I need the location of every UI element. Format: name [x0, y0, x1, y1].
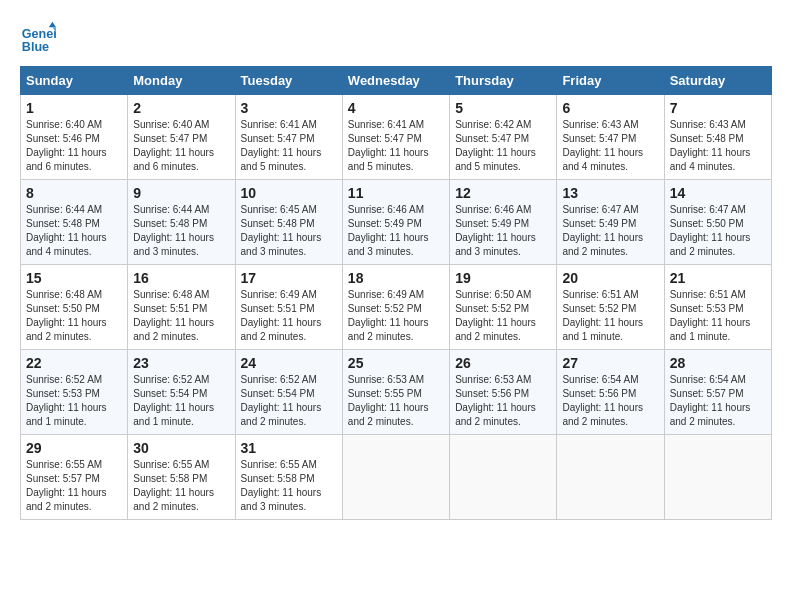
day-number: 7 [670, 100, 766, 116]
svg-text:Blue: Blue [22, 40, 49, 54]
calendar-cell: 25Sunrise: 6:53 AMSunset: 5:55 PMDayligh… [342, 350, 449, 435]
logo-icon: General Blue [20, 20, 56, 56]
calendar-cell: 15Sunrise: 6:48 AMSunset: 5:50 PMDayligh… [21, 265, 128, 350]
day-info: Sunrise: 6:49 AMSunset: 5:52 PMDaylight:… [348, 288, 444, 344]
day-number: 30 [133, 440, 229, 456]
day-number: 29 [26, 440, 122, 456]
calendar-table: SundayMondayTuesdayWednesdayThursdayFrid… [20, 66, 772, 520]
calendar-cell: 29Sunrise: 6:55 AMSunset: 5:57 PMDayligh… [21, 435, 128, 520]
header-sunday: Sunday [21, 67, 128, 95]
day-info: Sunrise: 6:40 AMSunset: 5:46 PMDaylight:… [26, 118, 122, 174]
calendar-cell: 18Sunrise: 6:49 AMSunset: 5:52 PMDayligh… [342, 265, 449, 350]
day-number: 20 [562, 270, 658, 286]
calendar-cell: 3Sunrise: 6:41 AMSunset: 5:47 PMDaylight… [235, 95, 342, 180]
calendar-cell [664, 435, 771, 520]
day-number: 23 [133, 355, 229, 371]
header-wednesday: Wednesday [342, 67, 449, 95]
svg-marker-2 [49, 22, 56, 27]
day-number: 26 [455, 355, 551, 371]
day-info: Sunrise: 6:44 AMSunset: 5:48 PMDaylight:… [26, 203, 122, 259]
day-number: 3 [241, 100, 337, 116]
day-info: Sunrise: 6:46 AMSunset: 5:49 PMDaylight:… [455, 203, 551, 259]
day-number: 28 [670, 355, 766, 371]
day-info: Sunrise: 6:49 AMSunset: 5:51 PMDaylight:… [241, 288, 337, 344]
day-number: 9 [133, 185, 229, 201]
day-number: 16 [133, 270, 229, 286]
day-number: 15 [26, 270, 122, 286]
calendar-cell: 31Sunrise: 6:55 AMSunset: 5:58 PMDayligh… [235, 435, 342, 520]
calendar-cell: 9Sunrise: 6:44 AMSunset: 5:48 PMDaylight… [128, 180, 235, 265]
day-number: 8 [26, 185, 122, 201]
day-info: Sunrise: 6:47 AMSunset: 5:49 PMDaylight:… [562, 203, 658, 259]
calendar-week-row: 29Sunrise: 6:55 AMSunset: 5:57 PMDayligh… [21, 435, 772, 520]
day-info: Sunrise: 6:41 AMSunset: 5:47 PMDaylight:… [348, 118, 444, 174]
day-number: 21 [670, 270, 766, 286]
calendar-cell: 30Sunrise: 6:55 AMSunset: 5:58 PMDayligh… [128, 435, 235, 520]
day-number: 13 [562, 185, 658, 201]
calendar-header-row: SundayMondayTuesdayWednesdayThursdayFrid… [21, 67, 772, 95]
day-number: 10 [241, 185, 337, 201]
day-info: Sunrise: 6:53 AMSunset: 5:56 PMDaylight:… [455, 373, 551, 429]
calendar-cell: 10Sunrise: 6:45 AMSunset: 5:48 PMDayligh… [235, 180, 342, 265]
calendar-cell: 4Sunrise: 6:41 AMSunset: 5:47 PMDaylight… [342, 95, 449, 180]
day-info: Sunrise: 6:55 AMSunset: 5:58 PMDaylight:… [133, 458, 229, 514]
calendar-cell: 5Sunrise: 6:42 AMSunset: 5:47 PMDaylight… [450, 95, 557, 180]
header-monday: Monday [128, 67, 235, 95]
calendar-cell: 14Sunrise: 6:47 AMSunset: 5:50 PMDayligh… [664, 180, 771, 265]
day-number: 27 [562, 355, 658, 371]
calendar-cell: 28Sunrise: 6:54 AMSunset: 5:57 PMDayligh… [664, 350, 771, 435]
day-info: Sunrise: 6:55 AMSunset: 5:58 PMDaylight:… [241, 458, 337, 514]
day-info: Sunrise: 6:44 AMSunset: 5:48 PMDaylight:… [133, 203, 229, 259]
day-number: 1 [26, 100, 122, 116]
calendar-cell: 19Sunrise: 6:50 AMSunset: 5:52 PMDayligh… [450, 265, 557, 350]
day-info: Sunrise: 6:52 AMSunset: 5:54 PMDaylight:… [133, 373, 229, 429]
day-number: 11 [348, 185, 444, 201]
calendar-week-row: 1Sunrise: 6:40 AMSunset: 5:46 PMDaylight… [21, 95, 772, 180]
day-info: Sunrise: 6:52 AMSunset: 5:53 PMDaylight:… [26, 373, 122, 429]
calendar-cell: 21Sunrise: 6:51 AMSunset: 5:53 PMDayligh… [664, 265, 771, 350]
calendar-cell: 17Sunrise: 6:49 AMSunset: 5:51 PMDayligh… [235, 265, 342, 350]
calendar-cell [450, 435, 557, 520]
day-number: 12 [455, 185, 551, 201]
calendar-cell: 7Sunrise: 6:43 AMSunset: 5:48 PMDaylight… [664, 95, 771, 180]
calendar-week-row: 15Sunrise: 6:48 AMSunset: 5:50 PMDayligh… [21, 265, 772, 350]
day-number: 17 [241, 270, 337, 286]
calendar-cell: 16Sunrise: 6:48 AMSunset: 5:51 PMDayligh… [128, 265, 235, 350]
day-number: 25 [348, 355, 444, 371]
day-number: 5 [455, 100, 551, 116]
logo: General Blue [20, 20, 60, 56]
calendar-week-row: 8Sunrise: 6:44 AMSunset: 5:48 PMDaylight… [21, 180, 772, 265]
calendar-cell: 13Sunrise: 6:47 AMSunset: 5:49 PMDayligh… [557, 180, 664, 265]
calendar-cell: 2Sunrise: 6:40 AMSunset: 5:47 PMDaylight… [128, 95, 235, 180]
page-header: General Blue [20, 20, 772, 56]
calendar-cell: 11Sunrise: 6:46 AMSunset: 5:49 PMDayligh… [342, 180, 449, 265]
calendar-cell [342, 435, 449, 520]
day-info: Sunrise: 6:45 AMSunset: 5:48 PMDaylight:… [241, 203, 337, 259]
day-info: Sunrise: 6:51 AMSunset: 5:53 PMDaylight:… [670, 288, 766, 344]
header-tuesday: Tuesday [235, 67, 342, 95]
day-info: Sunrise: 6:53 AMSunset: 5:55 PMDaylight:… [348, 373, 444, 429]
day-info: Sunrise: 6:54 AMSunset: 5:57 PMDaylight:… [670, 373, 766, 429]
day-info: Sunrise: 6:50 AMSunset: 5:52 PMDaylight:… [455, 288, 551, 344]
calendar-cell [557, 435, 664, 520]
day-number: 2 [133, 100, 229, 116]
day-number: 24 [241, 355, 337, 371]
day-info: Sunrise: 6:48 AMSunset: 5:51 PMDaylight:… [133, 288, 229, 344]
header-friday: Friday [557, 67, 664, 95]
calendar-cell: 26Sunrise: 6:53 AMSunset: 5:56 PMDayligh… [450, 350, 557, 435]
day-info: Sunrise: 6:52 AMSunset: 5:54 PMDaylight:… [241, 373, 337, 429]
day-number: 18 [348, 270, 444, 286]
day-info: Sunrise: 6:43 AMSunset: 5:47 PMDaylight:… [562, 118, 658, 174]
day-number: 22 [26, 355, 122, 371]
calendar-cell: 27Sunrise: 6:54 AMSunset: 5:56 PMDayligh… [557, 350, 664, 435]
calendar-cell: 23Sunrise: 6:52 AMSunset: 5:54 PMDayligh… [128, 350, 235, 435]
day-info: Sunrise: 6:46 AMSunset: 5:49 PMDaylight:… [348, 203, 444, 259]
day-info: Sunrise: 6:43 AMSunset: 5:48 PMDaylight:… [670, 118, 766, 174]
day-number: 31 [241, 440, 337, 456]
calendar-cell: 6Sunrise: 6:43 AMSunset: 5:47 PMDaylight… [557, 95, 664, 180]
calendar-cell: 1Sunrise: 6:40 AMSunset: 5:46 PMDaylight… [21, 95, 128, 180]
day-number: 6 [562, 100, 658, 116]
calendar-cell: 20Sunrise: 6:51 AMSunset: 5:52 PMDayligh… [557, 265, 664, 350]
day-info: Sunrise: 6:41 AMSunset: 5:47 PMDaylight:… [241, 118, 337, 174]
calendar-week-row: 22Sunrise: 6:52 AMSunset: 5:53 PMDayligh… [21, 350, 772, 435]
